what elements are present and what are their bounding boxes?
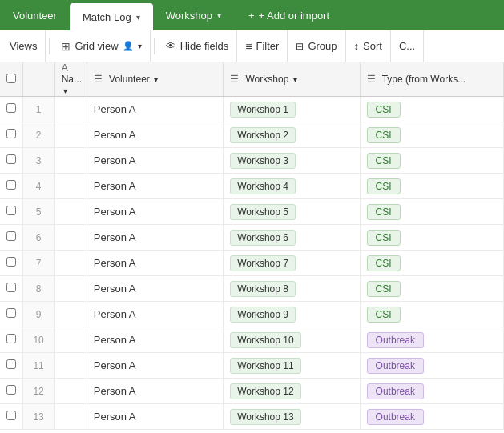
sort-button[interactable]: ↕ Sort bbox=[346, 30, 391, 62]
add-or-import-button[interactable]: + + Add or import bbox=[237, 10, 341, 22]
row-name bbox=[54, 302, 87, 327]
row-checkbox[interactable] bbox=[6, 103, 16, 113]
row-type: CSI bbox=[360, 174, 503, 199]
row-number: 10 bbox=[22, 327, 54, 353]
row-name bbox=[54, 276, 87, 302]
filter-button[interactable]: ≡ Filter bbox=[237, 30, 288, 62]
row-checkbox[interactable] bbox=[6, 411, 16, 420]
header-name[interactable]: A Na... ▾ bbox=[54, 62, 87, 97]
row-volunteer: Person A bbox=[87, 379, 223, 404]
row-checkbox[interactable] bbox=[6, 231, 16, 241]
table-row: 13Person AWorkshop 13Outbreak bbox=[0, 404, 504, 430]
table-wrapper: A Na... ▾ ☰ Volunteer ▾ ☰ Workshop ▾ ☰ T… bbox=[0, 62, 504, 433]
row-checkbox[interactable] bbox=[6, 129, 16, 138]
row-name bbox=[54, 327, 87, 353]
header-type[interactable]: ☰ Type (from Works... bbox=[360, 62, 503, 97]
row-name bbox=[54, 251, 87, 276]
table-row: 10Person AWorkshop 10Outbreak bbox=[0, 327, 504, 353]
row-workshop: Workshop 1 bbox=[224, 97, 360, 122]
filter-icon: ≡ bbox=[245, 40, 252, 53]
row-checkbox[interactable] bbox=[6, 206, 16, 215]
views-button[interactable]: Views bbox=[10, 30, 46, 62]
row-checkbox-cell[interactable] bbox=[0, 379, 22, 404]
row-checkbox-cell[interactable] bbox=[0, 302, 22, 327]
row-checkbox[interactable] bbox=[6, 154, 16, 164]
row-number: 12 bbox=[22, 379, 54, 404]
row-volunteer: Person A bbox=[87, 404, 223, 430]
row-workshop: Workshop 11 bbox=[224, 353, 360, 379]
header-volunteer[interactable]: ☰ Volunteer ▾ bbox=[87, 62, 223, 97]
row-number: 11 bbox=[22, 353, 54, 379]
nav-tab-workshop[interactable]: Workshop ▾ bbox=[153, 0, 234, 30]
row-checkbox-cell[interactable] bbox=[0, 199, 22, 225]
more-button[interactable]: C... bbox=[391, 30, 424, 62]
nav-tab-volunteer[interactable]: Volunteer bbox=[0, 0, 70, 30]
workshop-tab-label: Workshop bbox=[166, 10, 212, 22]
header-workshop-label: Workshop bbox=[246, 74, 289, 85]
hide-fields-button[interactable]: 👁 Hide fields bbox=[158, 30, 238, 62]
row-volunteer: Person A bbox=[87, 353, 223, 379]
row-checkbox[interactable] bbox=[6, 359, 16, 369]
row-checkbox[interactable] bbox=[6, 257, 16, 267]
row-checkbox-cell[interactable] bbox=[0, 276, 22, 302]
row-number: 2 bbox=[22, 122, 54, 148]
row-checkbox-cell[interactable] bbox=[0, 225, 22, 251]
type-col-icon: ☰ bbox=[367, 74, 376, 85]
row-checkbox[interactable] bbox=[6, 283, 16, 292]
table-row: 5Person AWorkshop 5CSI bbox=[0, 199, 504, 225]
row-volunteer: Person A bbox=[87, 148, 223, 174]
row-checkbox-cell[interactable] bbox=[0, 353, 22, 379]
row-checkbox[interactable] bbox=[6, 308, 16, 318]
sort-label: Sort bbox=[363, 40, 382, 52]
row-checkbox-cell[interactable] bbox=[0, 174, 22, 199]
data-table: A Na... ▾ ☰ Volunteer ▾ ☰ Workshop ▾ ☰ T… bbox=[0, 62, 504, 430]
row-checkbox-cell[interactable] bbox=[0, 148, 22, 174]
row-number: 5 bbox=[22, 199, 54, 225]
row-type: CSI bbox=[360, 276, 503, 302]
workshop-chevron-icon: ▾ bbox=[217, 11, 221, 20]
row-workshop: Workshop 7 bbox=[224, 251, 360, 276]
row-workshop: Workshop 9 bbox=[224, 302, 360, 327]
volunteer-col-chevron-icon: ▾ bbox=[154, 75, 158, 84]
row-type: CSI bbox=[360, 225, 503, 251]
row-name bbox=[54, 199, 87, 225]
row-volunteer: Person A bbox=[87, 97, 223, 122]
table-row: 7Person AWorkshop 7CSI bbox=[0, 251, 504, 276]
row-name bbox=[54, 379, 87, 404]
row-workshop: Workshop 12 bbox=[224, 379, 360, 404]
row-name bbox=[54, 225, 87, 251]
row-name bbox=[54, 122, 87, 148]
row-type: Outbreak bbox=[360, 404, 503, 430]
row-name bbox=[54, 404, 87, 430]
header-checkbox[interactable] bbox=[6, 74, 16, 83]
workshop-col-chevron-icon: ▾ bbox=[293, 75, 297, 84]
row-checkbox-cell[interactable] bbox=[0, 97, 22, 122]
row-type: CSI bbox=[360, 251, 503, 276]
group-button[interactable]: ⊟ Group bbox=[288, 30, 345, 62]
add-icon: + bbox=[248, 10, 255, 22]
row-number: 1 bbox=[22, 97, 54, 122]
row-checkbox-cell[interactable] bbox=[0, 404, 22, 430]
hide-fields-label: Hide fields bbox=[180, 40, 229, 52]
row-checkbox[interactable] bbox=[6, 385, 16, 395]
row-checkbox[interactable] bbox=[6, 334, 16, 343]
header-checkbox-cell[interactable] bbox=[0, 62, 22, 97]
row-checkbox[interactable] bbox=[6, 180, 16, 190]
row-checkbox-cell[interactable] bbox=[0, 251, 22, 276]
header-workshop[interactable]: ☰ Workshop ▾ bbox=[224, 62, 360, 97]
row-checkbox-cell[interactable] bbox=[0, 327, 22, 353]
header-name-label: Na... bbox=[62, 74, 82, 85]
volunteer-tab-label: Volunteer bbox=[13, 10, 57, 22]
row-type: CSI bbox=[360, 199, 503, 225]
matchlog-chevron-icon: ▾ bbox=[136, 13, 140, 22]
nav-tab-matchlog[interactable]: Match Log ▾ bbox=[70, 3, 153, 30]
row-type: Outbreak bbox=[360, 379, 503, 404]
add-label: + Add or import bbox=[259, 10, 330, 22]
grid-view-button[interactable]: Grid view 👤 ▾ bbox=[53, 30, 150, 62]
row-volunteer: Person A bbox=[87, 302, 223, 327]
row-checkbox-cell[interactable] bbox=[0, 122, 22, 148]
row-number: 13 bbox=[22, 404, 54, 430]
grid-view-chevron-icon: ▾ bbox=[138, 42, 142, 50]
row-workshop: Workshop 5 bbox=[224, 199, 360, 225]
row-workshop: Workshop 10 bbox=[224, 327, 360, 353]
